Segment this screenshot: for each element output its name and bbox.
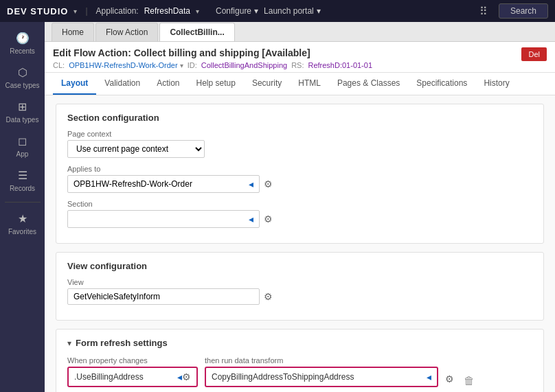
- applies-to-value: OPB1HW-RefreshD-Work-Order: [73, 179, 192, 189]
- nav-tab-validation[interactable]: Validation: [96, 73, 148, 95]
- then-value: CopyBillingAddressToShippingAddress: [212, 372, 427, 382]
- then-label: then run data transform: [205, 356, 438, 365]
- nav-tab-history[interactable]: History: [475, 73, 517, 95]
- applies-to-input[interactable]: OPB1HW-RefreshD-Work-Order ◂: [67, 175, 260, 193]
- cl-chevron: ▾: [180, 62, 183, 69]
- id-value[interactable]: CollectBillingAndShipping: [201, 61, 287, 69]
- form-refresh-box: ▾ Form refresh settings When property ch…: [56, 329, 544, 392]
- when-gear-icon[interactable]: ⚙: [182, 371, 191, 382]
- edit-title: Edit Flow Action: Collect billing and sh…: [53, 47, 310, 58]
- logo-chevron: ▾: [73, 8, 77, 15]
- tab-flow-action[interactable]: Flow Action: [95, 23, 158, 41]
- recents-icon: 🕐: [16, 32, 30, 45]
- edit-header: Edit Flow Action: Collect billing and sh…: [45, 42, 555, 73]
- view-config-title: View configuration: [67, 261, 532, 271]
- app-chevron: ▾: [196, 8, 199, 15]
- then-input-box[interactable]: CopyBillingAddressToShippingAddress ◂: [205, 367, 438, 387]
- cl-label: CL:: [53, 61, 65, 69]
- page-context-field: Page context Use current page context: [67, 130, 532, 158]
- sidebar-item-datatypes[interactable]: ⊞ Data types: [0, 96, 45, 128]
- sidebar: 🕐 Recents ⬡ Case types ⊞ Data types ◻ Ap…: [0, 22, 45, 392]
- sidebar-label-records: Records: [10, 185, 35, 192]
- applies-to-row: OPB1HW-RefreshD-Work-Order ◂ ⚙: [67, 175, 532, 193]
- condition-gear-icon[interactable]: ⚙: [445, 373, 454, 384]
- form-refresh-title: Form refresh settings: [76, 338, 168, 348]
- sidebar-label-recents: Recents: [10, 47, 35, 55]
- favorites-icon: ★: [18, 212, 27, 225]
- section-config-title: Section configuration: [67, 113, 532, 123]
- section-row: ◂ ⚙: [67, 210, 532, 228]
- nav-tab-security[interactable]: Security: [244, 73, 290, 95]
- id-label: ID:: [188, 61, 197, 69]
- section-gear-icon[interactable]: ⚙: [264, 214, 273, 224]
- delete-button[interactable]: Del: [521, 47, 547, 61]
- top-bar: DEV STUDIO ▾ | Application: RefreshData …: [0, 0, 555, 22]
- sidebar-item-app[interactable]: ◻ App: [0, 130, 45, 162]
- view-config-box: View configuration View ⚙: [56, 252, 544, 321]
- when-input-box[interactable]: .UseBillingAddress ◂ ⚙: [67, 367, 198, 387]
- rs-label: RS:: [291, 61, 304, 69]
- condition-delete-icon[interactable]: 🗑: [464, 375, 475, 387]
- casetypes-icon: ⬡: [18, 66, 27, 79]
- nav-tab-action[interactable]: Action: [148, 73, 188, 95]
- then-arrow: ◂: [427, 371, 431, 382]
- apps-grid-icon[interactable]: ⠿: [479, 5, 488, 18]
- nav-tab-html[interactable]: HTML: [290, 73, 329, 95]
- sidebar-divider: [5, 202, 41, 203]
- content-scroll: Section configuration Page context Use c…: [45, 95, 555, 392]
- nav-tab-layout[interactable]: Layout: [53, 73, 96, 95]
- edit-meta: CL: OPB1HW-RefreshD-Work-Order ▾ ID: Col…: [53, 61, 547, 69]
- sidebar-item-casetypes[interactable]: ⬡ Case types: [0, 62, 45, 93]
- nav-tab-help[interactable]: Help setup: [188, 73, 244, 95]
- view-gear-icon[interactable]: ⚙: [264, 291, 273, 302]
- sidebar-label-favorites: Favorites: [8, 228, 36, 235]
- launch-portal-menu[interactable]: Launch portal ▾: [264, 6, 321, 16]
- section-arrow: ◂: [249, 214, 253, 224]
- records-icon: ☰: [18, 169, 27, 182]
- applies-to-field: Applies to OPB1HW-RefreshD-Work-Order ◂ …: [67, 165, 532, 193]
- sidebar-label-app: App: [16, 150, 29, 158]
- nav-tab-pages[interactable]: Pages & Classes: [329, 73, 408, 95]
- sidebar-item-favorites[interactable]: ★ Favorites: [0, 208, 45, 240]
- when-field: When property changes .UseBillingAddress…: [67, 356, 198, 387]
- sidebar-item-records[interactable]: ☰ Records: [0, 165, 45, 196]
- section-config-box: Section configuration Page context Use c…: [56, 104, 544, 244]
- app-icon: ◻: [18, 135, 27, 148]
- tab-bar: Home Flow Action CollectBillin...: [45, 22, 555, 42]
- rs-value[interactable]: RefreshD:01-01-01: [308, 61, 372, 69]
- nav-tab-specifications[interactable]: Specifications: [408, 73, 475, 95]
- separator1: |: [85, 6, 87, 16]
- view-row: ⚙: [67, 288, 532, 305]
- tab-home[interactable]: Home: [52, 23, 94, 41]
- form-refresh-header: ▾ Form refresh settings: [67, 338, 532, 348]
- then-field: then run data transform CopyBillingAddre…: [205, 356, 438, 387]
- view-field: View ⚙: [67, 278, 532, 305]
- page-context-select[interactable]: Use current page context: [67, 140, 205, 158]
- section-label: Section: [67, 200, 532, 208]
- applies-to-label: Applies to: [67, 165, 532, 173]
- sidebar-item-recents[interactable]: 🕐 Recents: [0, 27, 45, 59]
- condition-row: When property changes .UseBillingAddress…: [67, 356, 532, 387]
- when-value: .UseBillingAddress: [74, 372, 177, 382]
- tab-collect-billing[interactable]: CollectBillin...: [159, 23, 234, 41]
- sidebar-label-casetypes: Case types: [5, 82, 39, 89]
- app-name[interactable]: RefreshData: [144, 6, 190, 16]
- section-field: Section ◂ ⚙: [67, 200, 532, 228]
- section-input[interactable]: ◂: [67, 210, 260, 228]
- datatypes-icon: ⊞: [18, 100, 27, 113]
- applies-to-gear-icon[interactable]: ⚙: [264, 178, 273, 189]
- sidebar-label-datatypes: Data types: [6, 116, 39, 124]
- app-label: Application:: [96, 6, 139, 16]
- form-refresh-chevron: ▾: [67, 338, 71, 348]
- logo: DEV STUDIO: [7, 6, 68, 16]
- when-label: When property changes: [67, 356, 198, 365]
- when-arrow: ◂: [177, 371, 182, 382]
- view-input[interactable]: [67, 288, 260, 305]
- cl-value[interactable]: OPB1HW-RefreshD-Work-Order ▾: [69, 61, 183, 69]
- page-context-label: Page context: [67, 130, 532, 138]
- applies-to-arrow: ◂: [249, 178, 253, 189]
- page-content: Section configuration Page context Use c…: [45, 95, 555, 392]
- configure-menu[interactable]: Configure ▾: [216, 6, 258, 16]
- search-button[interactable]: Search: [499, 3, 548, 19]
- main-content: Home Flow Action CollectBillin... Edit F…: [45, 22, 555, 392]
